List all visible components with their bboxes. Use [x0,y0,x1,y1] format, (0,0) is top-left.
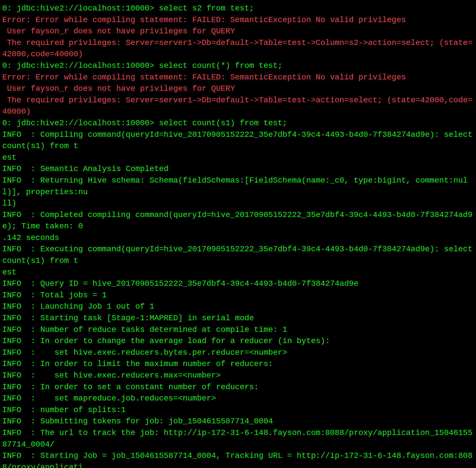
terminal-line: INFO : Executing command(queryId=hive_20… [2,244,474,266]
terminal-line: INFO : set mapreduce.job.reduces=<number… [2,393,474,404]
terminal-line: The required privileges: Server=server1-… [2,37,474,60]
terminal-line: INFO : Launching Job 1 out of 1 [2,301,474,313]
terminal-line: Error: Error while compiling statement: … [2,14,474,26]
terminal-line: .142 seconds [2,232,474,244]
terminal-line: User fayson_r does not have privileges f… [2,26,474,37]
terminal-line: The required privileges: Server=server1-… [2,95,474,118]
terminal-line: INFO : Total jobs = 1 [2,290,474,301]
terminal-line: 0: jdbc:hive2://localhost:10000> select … [2,60,474,72]
terminal-line: INFO : set hive.exec.reducers.bytes.per.… [2,347,474,359]
terminal-line: INFO : Compiling command(queryId=hive_20… [2,129,474,152]
terminal-line: INFO : Query ID = hive_20170905152222_35… [2,278,474,290]
terminal-line: INFO : In order to set a constant number… [2,382,474,393]
terminal-line: INFO : Starting task [Stage-1:MAPRED] in… [2,313,474,324]
terminal-line: INFO : The url to track the job: http://… [2,427,474,450]
terminal-line: INFO : Number of reduce tasks determined… [2,324,474,336]
terminal-line: 0: jdbc:hive2://localhost:10000> select … [2,3,474,14]
terminal-line: INFO : number of splits:1 [2,404,474,416]
terminal-line: Error: Error while compiling statement: … [2,72,474,83]
terminal-line: INFO : In order to change the average lo… [2,335,474,347]
terminal-line: INFO : Starting Job = job_1504615587714_… [2,450,474,468]
terminal-line: User fayson_r does not have privileges f… [2,83,474,95]
terminal-line: INFO : Returning Hive schema: Schema(fie… [2,175,474,198]
terminal-line: INFO : In order to limit the maximum num… [2,358,474,370]
terminal-line: est [2,152,474,164]
terminal-line: INFO : Submitting tokens for job: job_15… [2,416,474,427]
terminal-line: 0: jdbc:hive2://localhost:10000> select … [2,118,474,129]
terminal-window: 0: jdbc:hive2://localhost:10000> select … [0,0,476,468]
terminal-line: est [2,267,474,278]
terminal-line: INFO : Completed compiling command(query… [2,209,474,232]
terminal-line: INFO : set hive.exec.reducers.max=<numbe… [2,370,474,382]
terminal-content: 0: jdbc:hive2://localhost:10000> select … [2,3,474,468]
terminal-line: INFO : Semantic Analysis Completed [2,163,474,175]
terminal-line: ll) [2,198,474,209]
